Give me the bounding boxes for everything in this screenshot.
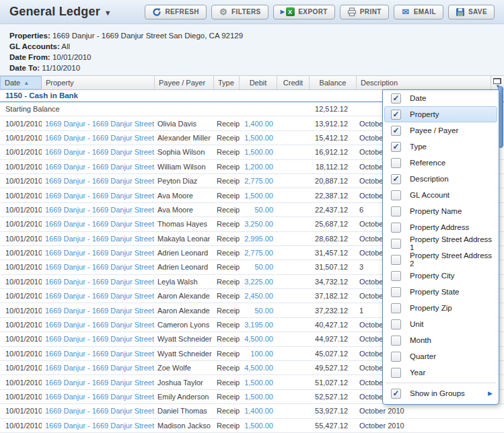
menu-item-property-address[interactable]: Property Address	[384, 219, 497, 235]
debit-link[interactable]: 50.00	[254, 263, 273, 271]
property-link[interactable]: 1669 Danjur - 1669 Danjur Street	[45, 407, 154, 415]
unchecked-checkbox[interactable]	[391, 336, 401, 346]
checked-checkbox[interactable]: ✓	[391, 93, 401, 104]
unchecked-checkbox[interactable]	[391, 190, 401, 200]
debit-link[interactable]: 1,500.00	[244, 134, 273, 142]
property-link[interactable]: 1669 Danjur - 1669 Danjur Street	[45, 235, 154, 243]
filters-button[interactable]: ⚙FILTERS	[211, 5, 268, 19]
menu-item-property-zip[interactable]: Property Zip	[384, 300, 497, 316]
unchecked-checkbox[interactable]	[391, 319, 401, 329]
debit-link[interactable]: 1,500.00	[244, 393, 273, 401]
menu-item-property-name[interactable]: Property Name	[384, 203, 497, 219]
menu-item-month[interactable]: Month	[384, 332, 497, 348]
debit-link[interactable]: 2,450.00	[244, 292, 273, 300]
menu-item-property-city[interactable]: Property City	[384, 268, 497, 284]
column-header-type[interactable]: Type	[214, 76, 240, 89]
column-header-date[interactable]: Date ▲	[0, 76, 42, 89]
debit-link[interactable]: 1,200.00	[244, 163, 273, 171]
debit-link[interactable]: 1,400.00	[244, 407, 273, 415]
debit-link[interactable]: 4,500.00	[244, 335, 273, 343]
unchecked-checkbox[interactable]	[391, 239, 401, 249]
menu-item-property[interactable]: ✓Property	[384, 106, 497, 122]
menu-item-year[interactable]: Year	[384, 364, 497, 381]
property-link[interactable]: 1669 Danjur - 1669 Danjur Street	[45, 148, 154, 156]
cell-payee-payer: Wyatt Schneider	[155, 350, 214, 358]
debit-link[interactable]: 4,500.00	[244, 364, 273, 372]
debit-link[interactable]: 1,500.00	[244, 379, 273, 387]
debit-link[interactable]: 1,400.00	[244, 120, 273, 128]
debit-link[interactable]: 1,500.00	[244, 148, 273, 156]
debit-link[interactable]: 1,500.00	[244, 422, 273, 430]
debit-link[interactable]: 1,500.00	[244, 192, 273, 200]
debit-link[interactable]: 3,250.00	[244, 220, 273, 228]
property-link[interactable]: 1669 Danjur - 1669 Danjur Street	[45, 206, 154, 214]
menu-item-property-street-address-2[interactable]: Property Street Address 2	[384, 251, 497, 268]
debit-link[interactable]: 2,995.00	[244, 235, 273, 243]
property-link[interactable]: 1669 Danjur - 1669 Danjur Street	[45, 321, 154, 329]
menu-item-quarter[interactable]: Quarter	[384, 348, 497, 364]
property-link[interactable]: 1669 Danjur - 1669 Danjur Street	[45, 163, 154, 171]
unchecked-checkbox[interactable]	[391, 303, 401, 313]
checked-checkbox[interactable]: ✓	[391, 389, 401, 399]
menu-item-show-in-groups[interactable]: ✓Show in Groups▶	[384, 385, 497, 401]
unchecked-checkbox[interactable]	[391, 223, 401, 233]
refresh-button[interactable]: REFRESH	[145, 5, 207, 19]
debit-link[interactable]: 50.00	[254, 307, 273, 315]
menu-item-property-state[interactable]: Property State	[384, 284, 497, 300]
unchecked-checkbox[interactable]	[391, 271, 401, 281]
property-link[interactable]: 1669 Danjur - 1669 Danjur Street	[45, 364, 154, 372]
export-button[interactable]: ▶ XEXPORT	[273, 5, 335, 19]
property-link[interactable]: 1669 Danjur - 1669 Danjur Street	[45, 249, 154, 257]
unchecked-checkbox[interactable]	[391, 368, 401, 378]
cell-property: 1669 Danjur - 1669 Danjur Street	[42, 177, 155, 185]
menu-item-gl-account[interactable]: GL Account	[384, 187, 497, 203]
menu-item-property-street-address-1[interactable]: Property Street Address 1	[384, 235, 497, 251]
property-link[interactable]: 1669 Danjur - 1669 Danjur Street	[45, 422, 154, 430]
property-link[interactable]: 1669 Danjur - 1669 Danjur Street	[45, 263, 154, 271]
column-header-credit[interactable]: Credit	[277, 76, 310, 89]
report-title-menu[interactable]: General Ledger ▼	[9, 5, 112, 19]
property-link[interactable]: 1669 Danjur - 1669 Danjur Street	[45, 350, 154, 358]
checked-checkbox[interactable]: ✓	[391, 174, 401, 184]
checked-checkbox[interactable]: ✓	[391, 142, 401, 152]
debit-link[interactable]: 2,775.00	[244, 177, 273, 185]
menu-item-type[interactable]: ✓Type	[384, 139, 497, 155]
column-header-property[interactable]: Property	[42, 76, 155, 89]
property-link[interactable]: 1669 Danjur - 1669 Danjur Street	[45, 120, 154, 128]
column-header-balance[interactable]: Balance	[310, 76, 357, 89]
menu-item-unit[interactable]: Unit	[384, 316, 497, 332]
menu-item-date[interactable]: ✓Date	[384, 90, 497, 106]
print-button[interactable]: PRINT	[340, 5, 389, 19]
debit-link[interactable]: 2,775.00	[244, 249, 273, 257]
debit-link[interactable]: 3,225.00	[244, 278, 273, 286]
column-header-description[interactable]: Description	[357, 76, 491, 89]
property-link[interactable]: 1669 Danjur - 1669 Danjur Street	[45, 134, 154, 142]
checked-checkbox[interactable]: ✓	[391, 126, 401, 136]
menu-item-label: Quarter	[410, 352, 493, 360]
column-header-payee-payer[interactable]: Payee / Payer	[155, 76, 214, 89]
unchecked-checkbox[interactable]	[391, 206, 401, 216]
menu-item-description[interactable]: ✓Description	[384, 171, 497, 187]
unchecked-checkbox[interactable]	[391, 352, 401, 362]
debit-link[interactable]: 100.00	[250, 350, 273, 358]
property-link[interactable]: 1669 Danjur - 1669 Danjur Street	[45, 177, 154, 185]
property-link[interactable]: 1669 Danjur - 1669 Danjur Street	[45, 393, 154, 401]
unchecked-checkbox[interactable]	[391, 158, 401, 168]
debit-link[interactable]: 3,195.00	[244, 321, 273, 329]
checked-checkbox[interactable]: ✓	[391, 110, 401, 120]
column-header-debit[interactable]: Debit	[240, 76, 277, 89]
property-link[interactable]: 1669 Danjur - 1669 Danjur Street	[45, 220, 154, 228]
property-link[interactable]: 1669 Danjur - 1669 Danjur Street	[45, 192, 154, 200]
unchecked-checkbox[interactable]	[391, 255, 401, 265]
email-button[interactable]: ✉EMAIL	[394, 5, 443, 19]
menu-item-payee-payer[interactable]: ✓Payee / Payer	[384, 122, 497, 139]
menu-item-reference[interactable]: Reference	[384, 155, 497, 171]
debit-link[interactable]: 50.00	[254, 206, 273, 214]
property-link[interactable]: 1669 Danjur - 1669 Danjur Street	[45, 292, 154, 300]
property-link[interactable]: 1669 Danjur - 1669 Danjur Street	[45, 379, 154, 387]
property-link[interactable]: 1669 Danjur - 1669 Danjur Street	[45, 335, 154, 343]
property-link[interactable]: 1669 Danjur - 1669 Danjur Street	[45, 278, 154, 286]
property-link[interactable]: 1669 Danjur - 1669 Danjur Street	[45, 307, 154, 315]
save-button[interactable]: SAVE	[448, 5, 495, 19]
unchecked-checkbox[interactable]	[391, 287, 401, 297]
